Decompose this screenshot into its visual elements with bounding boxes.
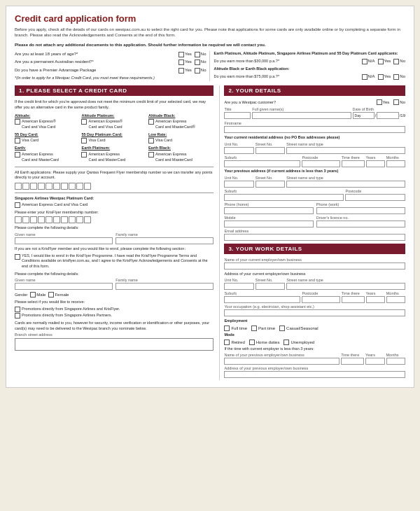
homeduties-option[interactable]: Home duties [249, 340, 280, 345]
kb3[interactable] [30, 216, 37, 223]
mb6[interactable] [53, 183, 60, 190]
kb8[interactable] [69, 216, 76, 223]
no-checkbox-2[interactable] [195, 59, 200, 65]
westpac-no[interactable]: No [393, 99, 405, 105]
yes-cb-r2[interactable] [378, 74, 384, 80]
dob-day[interactable]: Day [353, 112, 374, 119]
familyname2-input[interactable] [115, 283, 214, 290]
homeduties-cb[interactable] [249, 340, 255, 345]
no-opt-r1[interactable]: No [393, 58, 405, 65]
yes-option-3[interactable]: Yes [178, 67, 192, 74]
email-input[interactable] [224, 234, 405, 241]
no-option-3[interactable]: No [195, 67, 206, 74]
altitude-cb[interactable] [15, 119, 20, 125]
parttime-option[interactable]: Part time [251, 326, 275, 331]
prev-emp-input[interactable] [224, 358, 340, 365]
mb3[interactable] [30, 183, 37, 190]
occupation-input[interactable] [224, 309, 405, 316]
years-input[interactable] [366, 160, 385, 167]
earth-cb[interactable] [15, 152, 20, 158]
yes-checkbox-2[interactable] [178, 59, 184, 65]
suburb-input[interactable] [224, 160, 300, 167]
no-checkbox-3[interactable] [195, 68, 200, 74]
mb8[interactable] [69, 183, 76, 190]
streetname-input[interactable] [286, 147, 405, 154]
prev-years-input[interactable] [365, 358, 384, 365]
dob-month[interactable] [377, 112, 398, 119]
male-option[interactable]: Male [30, 292, 46, 298]
givenname-input[interactable] [15, 237, 113, 244]
emp-timehere-input[interactable] [342, 296, 365, 303]
suburb2-input[interactable] [224, 194, 344, 201]
unemployed-option[interactable]: Unemployed [284, 340, 314, 345]
mb5[interactable] [46, 183, 52, 190]
male-cb[interactable] [30, 292, 36, 298]
mb4[interactable] [38, 183, 45, 190]
timehere-input[interactable] [342, 160, 365, 167]
yes-option-2[interactable]: Yes [178, 59, 192, 66]
licence-input[interactable] [316, 220, 405, 227]
no-opt-r2[interactable]: No [393, 74, 405, 80]
fullname-input[interactable] [252, 112, 351, 119]
retired-cb[interactable] [224, 340, 230, 345]
streetname2-input[interactable] [286, 181, 405, 188]
westpac-yes-cb[interactable] [377, 99, 382, 105]
casual-option[interactable]: Casual/Seasonal [279, 326, 318, 331]
yes-checkbox-1[interactable] [178, 52, 184, 57]
employer-input[interactable] [224, 262, 405, 270]
title-input[interactable] [224, 112, 251, 119]
no-cb-r1[interactable] [393, 59, 399, 64]
mb9[interactable] [76, 183, 83, 190]
yes-cb-r1[interactable] [378, 59, 384, 64]
female-cb[interactable] [48, 292, 54, 298]
kb6[interactable] [53, 216, 60, 223]
no-option-1[interactable]: No [195, 51, 206, 58]
kb7[interactable] [61, 216, 68, 223]
no-checkbox-1[interactable] [195, 52, 200, 57]
familyname-input[interactable] [115, 237, 214, 244]
earth-plat-cb[interactable] [81, 152, 87, 158]
emp-suburb-input[interactable] [224, 296, 300, 303]
na-opt1[interactable]: N/A [362, 58, 375, 65]
emp-streetno-input[interactable] [255, 283, 285, 290]
promo-cb-1[interactable] [15, 307, 20, 312]
unit2-input[interactable] [224, 181, 253, 188]
emp-unit-input[interactable] [224, 283, 253, 290]
kb10[interactable] [84, 216, 91, 223]
female-option[interactable]: Female [48, 292, 69, 298]
prev-months-input[interactable] [386, 358, 405, 365]
emp-years-input[interactable] [366, 296, 385, 303]
postcode2-input[interactable] [345, 194, 405, 201]
yes-opt-r2[interactable]: Yes [378, 74, 391, 80]
kb1[interactable] [15, 216, 22, 223]
altitude-black-cb[interactable] [148, 119, 154, 125]
mobile-input[interactable] [224, 220, 313, 227]
singapore-cb[interactable] [15, 202, 20, 208]
phone-home-input[interactable] [224, 207, 313, 214]
altitude-plat-cb[interactable] [81, 119, 87, 125]
emp-postcode-input[interactable] [302, 296, 340, 303]
mb1[interactable] [15, 183, 22, 190]
kb2[interactable] [22, 216, 29, 223]
emp-streetname-input[interactable] [286, 283, 405, 290]
firstname-input[interactable] [224, 126, 405, 133]
months-input[interactable] [386, 160, 405, 167]
na-cb1[interactable] [362, 59, 368, 64]
na-cb2[interactable] [362, 74, 368, 80]
no-cb-r2[interactable] [393, 74, 399, 80]
kb9[interactable] [76, 216, 83, 223]
parttime-cb[interactable] [251, 326, 257, 331]
mb2[interactable] [22, 183, 29, 190]
fulltime-cb[interactable] [224, 326, 230, 331]
branch-input[interactable] [15, 338, 214, 351]
yes-enrol-cb[interactable] [15, 254, 20, 260]
day55-cb[interactable] [15, 138, 20, 144]
na-opt2[interactable]: N/A [362, 74, 375, 80]
prev-emp-address-input[interactable] [224, 371, 405, 378]
phone-work-input[interactable] [316, 207, 405, 214]
emp-months-input[interactable] [386, 296, 405, 303]
unemployed-cb[interactable] [284, 340, 289, 345]
retired-option[interactable]: Retired [224, 340, 244, 345]
givenname2-input[interactable] [15, 283, 113, 290]
earth-black-cb[interactable] [148, 152, 154, 158]
